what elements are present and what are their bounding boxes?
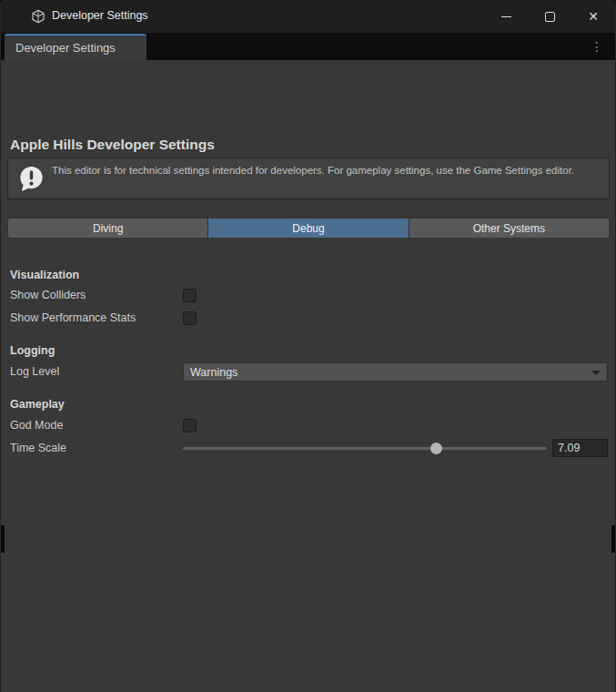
section-gameplay: Gameplay (10, 398, 65, 411)
chevron-down-icon (591, 371, 601, 375)
settings-content: Apple Hills Developer Settings This edit… (1, 60, 616, 692)
label-show-colliders: Show Colliders (10, 289, 86, 301)
tab-debug-label: Debug (292, 222, 324, 235)
time-scale-value: 7.09 (558, 442, 580, 454)
close-button[interactable]: ✕ (572, 0, 614, 33)
time-scale-slider-thumb[interactable] (430, 443, 442, 454)
helpbox-text: This editor is for technical settings in… (52, 164, 598, 178)
time-scale-slider-track (183, 447, 547, 450)
log-level-dropdown[interactable]: Warnings (183, 362, 608, 382)
close-icon: ✕ (588, 9, 599, 24)
show-colliders-checkbox[interactable] (183, 289, 197, 302)
page-title: Apple Hills Developer Settings (10, 137, 215, 153)
label-show-performance-stats: Show Performance Stats (10, 311, 136, 324)
tab-menu-button[interactable]: ⋮ (586, 33, 608, 60)
tab-label: Developer Settings (15, 41, 116, 55)
show-performance-stats-checkbox[interactable] (183, 311, 197, 325)
time-scale-value-field[interactable]: 7.09 (552, 439, 608, 457)
editor-tabstrip: Developer Settings ⋮ (1, 33, 616, 60)
info-bubble-icon (17, 165, 45, 193)
os-titlebar[interactable]: Developer Settings ✕ (1, 0, 616, 33)
kebab-menu-icon: ⋮ (591, 39, 603, 54)
tab-developer-settings[interactable]: Developer Settings (5, 34, 146, 60)
minimize-button[interactable] (485, 0, 527, 33)
maximize-icon (545, 12, 555, 22)
unity-logo-icon (31, 9, 45, 24)
minimize-icon (501, 16, 511, 17)
log-level-value: Warnings (190, 366, 237, 379)
section-logging: Logging (10, 344, 55, 357)
window-left-edge (1, 525, 5, 553)
time-scale-slider[interactable] (183, 442, 547, 455)
maximize-button[interactable] (529, 0, 571, 33)
window-title: Developer Settings (52, 9, 148, 22)
label-god-mode: God Mode (10, 419, 63, 432)
tab-debug[interactable]: Debug (208, 219, 409, 238)
info-helpbox: This editor is for technical settings in… (7, 158, 610, 199)
label-log-level: Log Level (10, 365, 59, 378)
tab-other-systems[interactable]: Other Systems (409, 219, 609, 238)
tab-other-systems-label: Other Systems (473, 222, 545, 235)
tab-diving[interactable]: Diving (8, 219, 208, 238)
category-toolbar: Diving Debug Other Systems (8, 219, 609, 238)
god-mode-checkbox[interactable] (183, 419, 197, 432)
tab-diving-label: Diving (93, 222, 123, 235)
developer-settings-window: Developer Settings ✕ Developer Settings … (0, 0, 616, 692)
window-right-edge (611, 525, 615, 553)
label-time-scale: Time Scale (10, 442, 66, 454)
section-visualization: Visualization (10, 269, 79, 281)
